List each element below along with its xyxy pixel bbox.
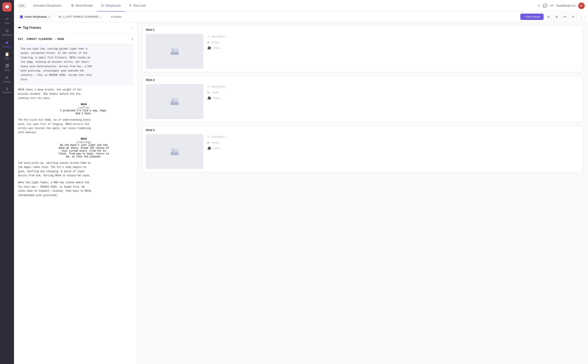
sidebar-item-shoot[interactable]: 🎬 Shoot xyxy=(0,62,14,73)
avatar-initials: U xyxy=(580,4,582,7)
logo-icon: 💬 xyxy=(5,5,10,9)
sidebar-label-plan: Plan xyxy=(5,57,9,59)
svg-point-5 xyxy=(173,150,174,151)
more-options-btn[interactable]: ••• xyxy=(562,13,568,20)
sidebar-item-settings[interactable]: ⚙ Settings xyxy=(0,73,14,85)
list-icon: ⊞ xyxy=(555,15,558,19)
shot-1-body: ≡ Description... ▶ Audio... 🎥 Video... xyxy=(142,34,583,72)
audio-icon: ▶ xyxy=(207,40,210,44)
sidebar-label-settings: Settings xyxy=(3,81,11,83)
dropdown-btn[interactable]: ⌄ xyxy=(578,13,585,20)
shot-card-2: Shot 2 ≡ Description... xyxy=(142,76,583,123)
shot-2-thumbnail[interactable] xyxy=(146,84,203,119)
frames-badge: 6 frames xyxy=(108,15,125,18)
shot-1-description-field[interactable]: ≡ Description... xyxy=(207,35,580,38)
shot-2-video-placeholder: Video... xyxy=(213,97,222,100)
mood-boards-tab-icon: ⊞ xyxy=(71,4,74,7)
avatar[interactable]: U xyxy=(578,2,585,9)
shoot-icon: 🎬 xyxy=(5,64,9,68)
sidebar-label-visualize: Visualize xyxy=(3,46,11,48)
video-icon-2: 🎥 xyxy=(207,96,211,100)
chevron-down-icon: ▾ xyxy=(48,15,50,18)
share-icon[interactable]: ↗ xyxy=(537,4,540,8)
script-panel: ✏ Tag Frames ‹ EXT. FOREST CLEARING – DU… xyxy=(14,22,137,364)
description-icon-2: ≡ xyxy=(207,85,209,88)
breakdown-icon: ⊞ xyxy=(6,29,9,33)
script-header: ✏ Tag Frames ‹ xyxy=(14,22,137,33)
character-name-2: MAYA xyxy=(34,138,133,141)
sidebar-item-visualize[interactable]: ◆ Visualize xyxy=(0,38,14,50)
shot-3-thumbnail[interactable] xyxy=(146,134,203,169)
view-list-icon-btn[interactable]: ⊞ xyxy=(554,13,560,20)
more-icon[interactable]: ••• xyxy=(550,4,554,8)
shot-1-thumbnail[interactable] xyxy=(146,34,203,69)
scene-heading: EXT. FOREST CLEARING – DUSK xyxy=(18,38,64,41)
shot-2-description-placeholder: Description... xyxy=(211,85,227,88)
add-frames-button[interactable]: + Add Frames xyxy=(520,13,544,20)
app-logo[interactable]: 💬 xyxy=(2,2,12,12)
settings-icon: ⚙ xyxy=(5,75,9,80)
storyboard-select-icon xyxy=(20,15,23,18)
sidebar-item-resources[interactable]: ||| Resources xyxy=(0,85,14,96)
shot-3-video-field[interactable]: 🎥 Video... xyxy=(207,146,580,150)
sidebar-label-shoot: Shoot xyxy=(4,69,10,71)
sidebar-item-plan[interactable]: 📋 Plan xyxy=(0,50,14,62)
storyboards-tab-label: Storyboards xyxy=(105,4,121,7)
shot-lists-tab-label: Shot Lists xyxy=(133,4,146,7)
more-options-icon: ••• xyxy=(563,15,567,19)
shot-2-body: ≡ Description... ▶ Audio... 🎥 Video... xyxy=(142,84,583,122)
audio-icon-3: ▶ xyxy=(207,141,210,144)
comment-btn[interactable]: ✉ xyxy=(570,13,576,20)
script-header-title: ✏ Tag Frames xyxy=(18,26,41,30)
character-name-1: MAYA xyxy=(34,103,133,106)
plan-icon: 📋 xyxy=(5,52,9,57)
parenthetical-2: (chanting) xyxy=(34,141,133,144)
image-placeholder-icon-3 xyxy=(171,148,179,155)
collapse-button[interactable]: ‹ xyxy=(132,26,133,30)
storyboard-select[interactable]: Active Storyboards ▾ xyxy=(17,14,53,20)
content-area: ✏ Tag Frames ‹ EXT. FOREST CLEARING – DU… xyxy=(14,22,588,364)
sidebar-item-breakdown[interactable]: ⊞ Breakdown xyxy=(0,26,14,38)
action-block-3: The fox tilts his head, as if understand… xyxy=(18,118,133,135)
shot-3-audio-placeholder: Audio... xyxy=(212,141,221,144)
shot-3-description-field[interactable]: ≡ Description... xyxy=(207,135,580,138)
toolbar: Active Storyboards ▾ Sc. 1 | EXT. FOREST… xyxy=(14,12,588,22)
video-icon: 🎥 xyxy=(207,46,211,50)
comment-toolbar-icon: ✉ xyxy=(572,15,575,19)
toolbar-right: + Add Frames ⊟ ⊞ ••• ✉ ⌄ xyxy=(520,13,585,20)
sidebar-item-write[interactable]: ✏ Write xyxy=(0,15,14,26)
shot-2-description-field[interactable]: ≡ Description... xyxy=(207,85,580,88)
shot-2-video-field[interactable]: 🎥 Video... xyxy=(207,96,580,100)
write-icon: ✏ xyxy=(6,17,9,21)
svg-point-3 xyxy=(173,100,174,101)
comment-icon[interactable]: 💬 xyxy=(543,4,547,8)
shot-lists-tab-icon: ✦ xyxy=(129,4,132,7)
user-badge: StudioBinder Inc. U xyxy=(556,2,585,9)
action-text-1: The sun dips low, casting golden light o… xyxy=(21,47,92,81)
shot-1-audio-field[interactable]: ▶ Audio... xyxy=(207,40,580,44)
grid-icon: ⊟ xyxy=(547,15,550,19)
sidebar-label-breakdown: Breakdown xyxy=(2,34,12,36)
tab-mood-boards[interactable]: ⊞ Mood Boards xyxy=(67,0,97,12)
sidebar-label-write: Write xyxy=(5,22,9,25)
script-body: EXT. FOREST CLEARING – DUSK 1 The sun di… xyxy=(14,33,137,364)
main-area: v2 ▾ Animation Storyboard... ⊞ Mood Boar… xyxy=(14,0,588,364)
mood-boards-tab-label: Mood Boards xyxy=(75,4,93,7)
tab-storyboards[interactable]: ⊡ Storyboards xyxy=(97,0,125,12)
view-grid-icon-btn[interactable]: ⊟ xyxy=(545,13,552,20)
sidebar: 💬 ✏ Write ⊞ Breakdown ◆ Visualize 📋 Plan… xyxy=(0,0,14,364)
shots-panel: Shot 1 ≡ Description... xyxy=(137,22,588,364)
shot-3-audio-field[interactable]: ▶ Audio... xyxy=(207,141,580,144)
shot-2-audio-field[interactable]: ▶ Audio... xyxy=(207,91,580,94)
version-badge[interactable]: v2 ▾ xyxy=(17,4,26,8)
dialogue-block-2: MAYA (chanting) By the moon's last light… xyxy=(18,138,133,158)
action-block-5: When the light fades, a MAN now stands w… xyxy=(18,181,133,197)
shot-1-fields: ≡ Description... ▶ Audio... 🎥 Video... xyxy=(207,34,580,69)
shot-1-video-field[interactable]: 🎥 Video... xyxy=(207,46,580,50)
image-placeholder-icon xyxy=(171,48,179,55)
tab-shot-lists[interactable]: ✦ Shot Lists xyxy=(125,0,150,12)
shot-2-header: Shot 2 xyxy=(142,76,583,84)
scene-number: 1 xyxy=(132,38,133,41)
tab-project-name[interactable]: Animation Storyboard... xyxy=(29,0,67,12)
shot-3-description-placeholder: Description... xyxy=(211,135,227,138)
